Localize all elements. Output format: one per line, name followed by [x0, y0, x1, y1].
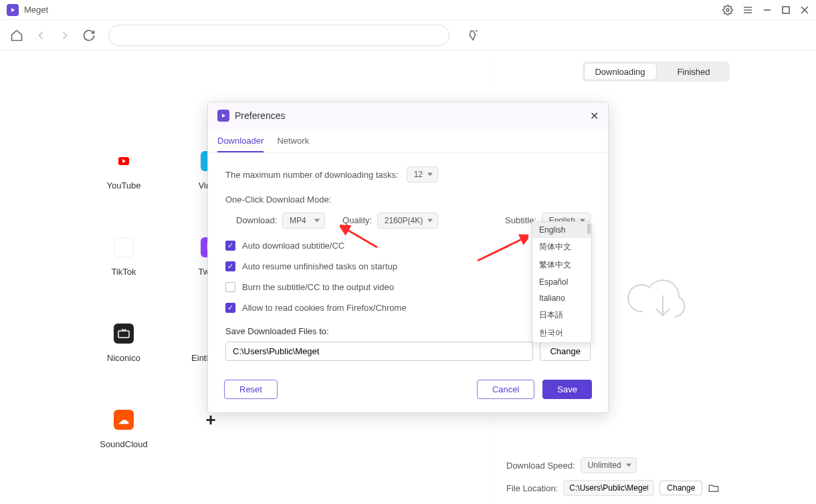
site-add[interactable]: +	[167, 410, 254, 449]
app-title: Meget	[24, 5, 48, 15]
site-label: YouTube	[106, 180, 140, 191]
folder-open-icon[interactable]	[708, 482, 720, 494]
menu-icon[interactable]	[742, 5, 753, 15]
read-cookies-checkbox[interactable]	[225, 303, 235, 313]
tab-downloader[interactable]: Downloader	[217, 136, 264, 152]
site-icon	[114, 151, 134, 171]
download-format-label: Download:	[236, 215, 277, 225]
save-path-label: Save Downloaded Files to:	[225, 326, 329, 336]
save-path-input[interactable]	[225, 342, 533, 361]
auto-subtitle-checkbox[interactable]	[225, 241, 235, 251]
titlebar: Meget	[0, 0, 816, 20]
tab-downloading[interactable]: Downloading	[584, 63, 657, 80]
site-soundcloud[interactable]: ☁SoundCloud	[80, 410, 167, 449]
subtitle-option[interactable]: 日本語	[532, 306, 591, 324]
app-logo	[7, 4, 19, 16]
auto-resume-label: Auto resume unfinished tasks on startup	[242, 261, 397, 271]
tab-network[interactable]: Network	[277, 136, 309, 152]
file-location-label: File Location:	[506, 483, 558, 493]
cloud-download-icon	[623, 271, 690, 325]
subtitle-option[interactable]: 繁体中文	[532, 256, 591, 274]
site-icon: ♪	[114, 237, 134, 257]
gear-icon[interactable]	[722, 5, 733, 15]
change-location-button[interactable]: Change	[659, 481, 702, 495]
back-icon[interactable]	[33, 28, 48, 43]
paste-icon[interactable]	[467, 28, 482, 43]
subtitle-option[interactable]: 简体中文	[532, 238, 591, 256]
url-input[interactable]	[108, 25, 449, 46]
close-icon[interactable]	[800, 5, 809, 15]
forward-icon[interactable]	[58, 28, 72, 43]
site-label: TikTok	[111, 267, 136, 277]
max-tasks-label: The maximum number of downloading tasks:	[225, 170, 399, 180]
svg-rect-11	[118, 331, 129, 338]
maximize-icon[interactable]	[781, 5, 791, 15]
download-speed-label: Download Speed:	[506, 461, 575, 471]
dialog-title: Preferences	[235, 110, 285, 121]
subtitle-option[interactable]: Italiano	[532, 290, 591, 306]
site-icon	[114, 324, 134, 344]
site-label: Niconico	[107, 353, 140, 363]
download-status-tabs: Downloading Finished	[583, 61, 730, 82]
dialog-close-icon[interactable]: ✕	[590, 110, 599, 122]
burn-subtitle-label: Burn the subtitle/CC to the output video	[242, 282, 394, 292]
subtitle-option[interactable]: Español	[532, 274, 591, 290]
save-button[interactable]: Save	[542, 380, 592, 399]
quality-select[interactable]: 2160P(4K)	[377, 213, 438, 229]
navbar	[0, 20, 816, 51]
oneclick-mode-label: One-Click Download Mode:	[225, 195, 331, 205]
quality-label: Quality:	[342, 215, 372, 225]
download-format-select[interactable]: MP4	[282, 213, 325, 229]
site-icon: ☁	[114, 410, 134, 430]
burn-subtitle-checkbox[interactable]	[225, 282, 235, 292]
subtitle-dropdown: English简体中文繁体中文EspañolItaliano日本語한국어	[532, 221, 592, 343]
change-path-button[interactable]: Change	[540, 342, 591, 361]
preferences-dialog: Preferences ✕ Downloader Network The max…	[207, 102, 609, 413]
site-label: SoundCloud	[100, 439, 148, 449]
reload-icon[interactable]	[82, 28, 96, 43]
read-cookies-label: Allow to read cookies from Firefox/Chrom…	[242, 303, 407, 313]
site-tiktok[interactable]: ♪TikTok	[80, 237, 167, 277]
subtitle-option[interactable]: 한국어	[532, 324, 591, 342]
home-icon[interactable]	[9, 28, 24, 43]
auto-resume-checkbox[interactable]	[225, 261, 235, 271]
minimize-icon[interactable]	[762, 5, 772, 15]
site-niconico[interactable]: Niconico	[80, 324, 167, 363]
auto-subtitle-label: Auto download subtitle/CC	[242, 241, 344, 251]
subtitle-option[interactable]: English	[532, 222, 591, 238]
max-tasks-select[interactable]: 12	[407, 166, 438, 182]
site-youtube[interactable]: YouTube	[80, 151, 167, 191]
svg-point-0	[726, 9, 729, 11]
cancel-button[interactable]: Cancel	[477, 380, 534, 399]
tab-finished[interactable]: Finished	[658, 61, 730, 82]
dialog-logo	[217, 110, 229, 122]
svg-rect-5	[783, 7, 789, 13]
file-location-input[interactable]	[563, 480, 654, 496]
reset-button[interactable]: Reset	[224, 380, 278, 399]
dropdown-scrollbar[interactable]	[587, 223, 591, 234]
download-speed-select[interactable]: Unlimited	[581, 457, 637, 473]
